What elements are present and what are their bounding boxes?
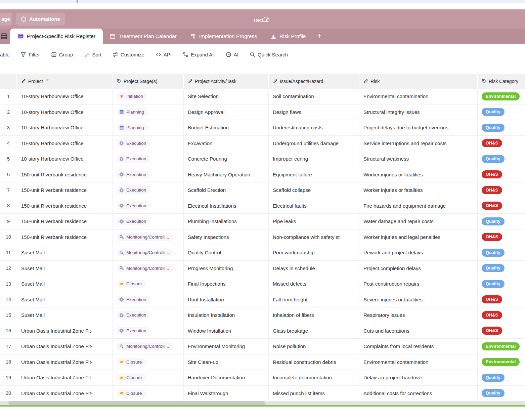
cell-issue-aspect-hazard[interactable]: Fall from height	[269, 292, 359, 307]
table-row[interactable]: 14Suset MallExecutionRoof InstallationFa…	[0, 292, 525, 308]
cell-risk-category[interactable]: OH&S	[478, 182, 525, 198]
cell-issue-aspect-hazard[interactable]: Soil contamination	[269, 89, 359, 104]
cell-issue-aspect-hazard[interactable]: Delays in schedule	[269, 261, 359, 276]
cell-activity-task[interactable]: Final Inspections	[184, 276, 269, 292]
stage-tag[interactable]: Closure	[117, 389, 146, 397]
cell-project-stage[interactable]: Execution	[113, 323, 184, 339]
risk-category-badge[interactable]: Environmental	[482, 342, 520, 350]
cell-risk[interactable]: Delays in project handover	[359, 370, 478, 385]
cell-project-stage[interactable]: Monitoring/Controlli...	[113, 339, 184, 354]
risk-category-badge[interactable]: Quality	[482, 389, 505, 397]
stage-tag[interactable]: Monitoring/Controlli...	[117, 233, 173, 241]
cell-activity-task[interactable]: Handover Documentation	[184, 370, 269, 385]
table-row[interactable]: 7150-unit Riverbank residenceExecutionSc…	[0, 182, 525, 198]
table-row[interactable]: 12Suset MallMonitoring/Controlli...Progr…	[0, 261, 525, 277]
cell-risk[interactable]: Project delays due to budget overruns	[359, 120, 478, 135]
cell-risk-category[interactable]: Quality	[478, 276, 525, 292]
cell-risk[interactable]: Worker injuries or fatalities	[359, 167, 478, 182]
tab-project-specific-risk-register[interactable]: Project-Specific Risk Register	[10, 29, 103, 44]
row-number[interactable]: 18	[0, 354, 17, 370]
cell-activity-task[interactable]: Final Walkthrough	[184, 386, 269, 401]
risk-category-badge[interactable]: Quality	[482, 108, 505, 116]
cell-project[interactable]: 150-unit Riverbank residence	[17, 182, 113, 198]
cell-project[interactable]: Suset Mall	[17, 307, 113, 323]
table-grid-icon[interactable]	[1, 33, 7, 40]
cell-project-stage[interactable]: Planning	[113, 120, 184, 135]
cell-risk-category[interactable]: OH&S	[478, 307, 525, 323]
header-project-stages[interactable]: Project Stage(s)	[113, 74, 184, 89]
risk-category-badge[interactable]: Quality	[482, 155, 505, 163]
cell-risk[interactable]: Worker injuries or fatalities	[359, 182, 478, 198]
cell-issue-aspect-hazard[interactable]: Incomplete documentation	[269, 370, 359, 385]
cell-risk[interactable]: Cuts and lacerations	[359, 323, 478, 339]
cell-risk-category[interactable]: OH&S	[478, 136, 525, 151]
cell-issue-aspect-hazard[interactable]: Poor workmanship	[269, 245, 359, 260]
risk-category-badge[interactable]: OH&S	[482, 202, 502, 210]
stage-tag[interactable]: Execution	[117, 139, 150, 147]
cell-issue-aspect-hazard[interactable]: Missed punch list items	[269, 386, 359, 401]
cell-risk[interactable]: Structural weakness	[359, 151, 478, 167]
cell-risk-category[interactable]: Quality	[478, 214, 525, 229]
cell-risk[interactable]: Rework and project delays	[359, 245, 478, 260]
table-row[interactable]: 20Urban Oasis Industrial Zone Fit-Closur…	[0, 386, 525, 402]
cell-risk[interactable]: Fire hazards and equipment damage	[359, 198, 478, 214]
cell-risk[interactable]: Service interruptions and repair costs	[359, 136, 478, 151]
cell-issue-aspect-hazard[interactable]: Noise pollution	[269, 339, 359, 354]
risk-category-badge[interactable]: OH&S	[482, 139, 502, 147]
header-risk[interactable]: Risk	[359, 74, 478, 89]
cell-issue-aspect-hazard[interactable]: Underground utilities damage	[269, 136, 359, 151]
cell-project[interactable]: 150-unit Riverbank residence	[17, 198, 113, 214]
cell-issue-aspect-hazard[interactable]: Equipment failure	[269, 167, 359, 182]
table-row[interactable]: 19Urban Oasis Industrial Zone Fit-Closur…	[0, 370, 525, 386]
cell-project[interactable]: 10-story Harbourview Office	[17, 120, 113, 135]
cell-risk[interactable]: Additional costs for corrections	[359, 386, 478, 401]
tab-treatment-plan-calendar[interactable]: Treatment Plan Calendar	[103, 29, 183, 44]
cell-risk-category[interactable]: Quality	[478, 370, 525, 385]
filter-button[interactable]: Filter	[20, 52, 40, 57]
cell-project-stage[interactable]: Closure	[113, 354, 184, 370]
cell-issue-aspect-hazard[interactable]: Non-compliance with safety st	[269, 229, 359, 245]
tab-risk-profile[interactable]: Risk Profile	[264, 29, 312, 44]
cell-activity-task[interactable]: Insulation Installation	[184, 307, 269, 323]
cell-risk-category[interactable]: OH&S	[478, 292, 525, 307]
row-number[interactable]: 6	[0, 167, 17, 182]
cell-activity-task[interactable]: Progress Monitoring	[184, 261, 269, 276]
table-row[interactable]: 210-story Harbourview OfficePlanningDesi…	[0, 104, 525, 120]
row-number[interactable]: 1	[0, 89, 17, 104]
cell-project[interactable]: Urban Oasis Industrial Zone Fit-	[17, 323, 113, 339]
cell-project-stage[interactable]: Closure	[113, 386, 184, 401]
row-number[interactable]: 7	[0, 182, 17, 198]
row-number[interactable]: 5	[0, 151, 17, 167]
cell-project-stage[interactable]: Monitoring/Controlli...	[113, 245, 184, 260]
scrollbar-thumb[interactable]	[8, 401, 265, 405]
cell-project[interactable]: Urban Oasis Industrial Zone Fit-	[17, 386, 113, 401]
stage-tag[interactable]: Closure	[117, 280, 146, 288]
table-row[interactable]: 8150-unit Riverbank residenceExecutionEl…	[0, 198, 525, 214]
cell-project-stage[interactable]: Initiation	[113, 89, 184, 104]
header-risk-category[interactable]: Risk Category	[478, 74, 525, 89]
quick-search-button[interactable]: Quick Search	[250, 52, 288, 57]
table-row[interactable]: 17Urban Oasis Industrial Zone Fit-Monito…	[0, 339, 525, 354]
cell-issue-aspect-hazard[interactable]: Glass breakage	[269, 323, 359, 339]
cell-activity-task[interactable]: Design Approval	[184, 104, 269, 120]
cell-risk[interactable]: Respiratory issues	[359, 307, 478, 323]
api-button[interactable]: API	[156, 52, 172, 57]
cell-activity-task[interactable]: Budget Estimation	[184, 120, 269, 135]
cell-project[interactable]: Suset Mall	[17, 276, 113, 292]
table-row[interactable]: 15Suset MallExecutionInsulation Installa…	[0, 307, 525, 323]
risk-category-badge[interactable]: Quality	[482, 280, 505, 288]
risk-category-badge[interactable]: OH&S	[482, 295, 502, 303]
cell-risk-category[interactable]: Quality	[478, 245, 525, 260]
cell-project[interactable]: 10-story Harbourview Office	[17, 104, 113, 120]
cell-activity-task[interactable]: Electrical Installations	[184, 198, 269, 214]
table-row[interactable]: 10150-unit Riverbank residenceMonitoring…	[0, 229, 525, 245]
stage-tag[interactable]: Execution	[117, 217, 150, 225]
cell-issue-aspect-hazard[interactable]: Improper curing	[269, 151, 359, 167]
table-row[interactable]: 510-story Harbourview OfficeExecutionCon…	[0, 151, 525, 167]
table-row[interactable]: 110-story Harbourview OfficeInitiationSi…	[0, 89, 525, 104]
ai-button[interactable]: AI AI	[226, 52, 238, 57]
row-number[interactable]: 20	[0, 386, 17, 401]
stage-tag[interactable]: Closure	[117, 358, 146, 366]
row-number[interactable]: 9	[0, 214, 17, 229]
cell-issue-aspect-hazard[interactable]: Missed defects	[269, 276, 359, 292]
